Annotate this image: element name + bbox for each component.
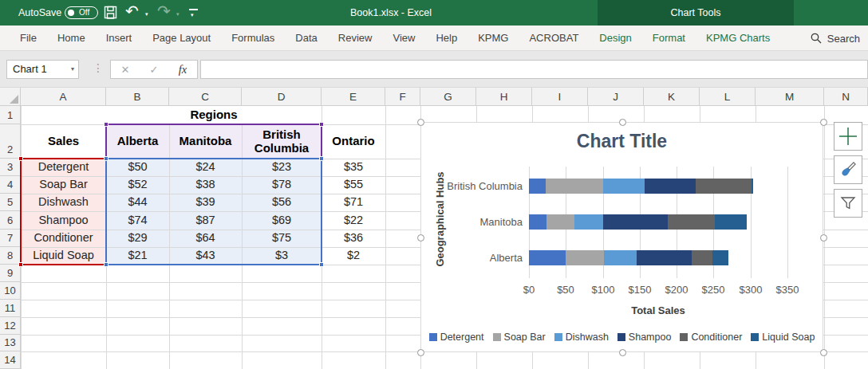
enter-icon[interactable]: ✓ — [140, 64, 168, 76]
column-header-F[interactable]: F — [385, 88, 420, 106]
bar-manitoba[interactable] — [529, 214, 747, 230]
range-border-header[interactable] — [105, 124, 322, 159]
chart-x-axis-title[interactable]: Total Sales — [529, 304, 787, 316]
legend-item-conditioner[interactable]: Conditioner — [680, 332, 742, 343]
tab-kpmg[interactable]: KPMG — [468, 26, 519, 51]
select-all-corner[interactable] — [0, 88, 21, 106]
tab-formulas[interactable]: Formulas — [221, 26, 285, 51]
column-header-H[interactable]: H — [476, 88, 532, 106]
autosave-toggle[interactable]: Off — [65, 6, 98, 19]
selection-handle[interactable] — [619, 119, 626, 126]
bar-segment-detergent[interactable] — [529, 214, 546, 230]
column-header-E[interactable]: E — [322, 88, 385, 106]
selection-handle[interactable] — [417, 119, 424, 126]
row-header-7[interactable]: 7 — [0, 230, 21, 247]
cell-value[interactable]: $71 — [322, 194, 385, 211]
qat-customize-caret-icon[interactable]: ▾ — [191, 12, 194, 18]
bar-segment-dishwash[interactable] — [604, 250, 637, 265]
row-header-14[interactable]: 14 — [0, 351, 21, 369]
chart-elements-button[interactable] — [834, 122, 862, 151]
selection-handle[interactable] — [417, 234, 424, 241]
column-header-L[interactable]: L — [700, 88, 756, 106]
range-border-data-handle[interactable] — [319, 262, 324, 267]
legend-item-soap-bar[interactable]: Soap Bar — [493, 332, 546, 343]
formula-input[interactable] — [200, 60, 868, 79]
tab-insert[interactable]: Insert — [96, 26, 143, 51]
row-header-2[interactable]: 2 — [0, 124, 21, 159]
legend-item-shampoo[interactable]: Shampoo — [617, 332, 672, 343]
qat-customize-icon[interactable] — [189, 9, 198, 10]
column-header-M[interactable]: M — [756, 88, 824, 106]
cancel-icon[interactable]: ✕ — [111, 64, 140, 76]
chart-title[interactable]: Chart Title — [421, 131, 823, 152]
row-header-1[interactable]: 1 — [0, 106, 21, 124]
tab-data[interactable]: Data — [285, 26, 327, 51]
bar-segment-shampoo[interactable] — [645, 179, 696, 194]
column-header-N[interactable]: N — [824, 88, 868, 106]
bar-segment-soap-bar[interactable] — [546, 179, 603, 194]
bar-segment-soap-bar[interactable] — [566, 250, 604, 265]
name-box[interactable]: Chart 1 ▾ — [6, 60, 79, 79]
bar-segment-dishwash[interactable] — [574, 214, 603, 230]
redo-dropdown-icon[interactable]: ▾ — [176, 11, 180, 18]
cell-value[interactable]: $2 — [322, 247, 385, 265]
column-header-K[interactable]: K — [644, 88, 700, 106]
insert-function-icon[interactable]: fx — [168, 63, 197, 77]
category-label[interactable]: Alberta — [427, 252, 523, 264]
bar-segment-detergent[interactable] — [529, 250, 566, 265]
chart-styles-button[interactable] — [834, 155, 862, 184]
selection-handle[interactable] — [820, 119, 827, 126]
selection-handle[interactable] — [619, 349, 626, 356]
selection-handle[interactable] — [417, 349, 424, 356]
column-header-A[interactable]: A — [21, 88, 106, 106]
bar-segment-conditioner[interactable] — [692, 250, 713, 265]
range-border-data-handle[interactable] — [104, 156, 108, 161]
column-header-B[interactable]: B — [106, 88, 169, 106]
cell-value[interactable]: $35 — [322, 159, 385, 176]
range-border-labels-handle[interactable] — [18, 262, 23, 267]
tab-home[interactable]: Home — [47, 26, 96, 51]
tab-file[interactable]: File — [10, 26, 47, 51]
range-border-labels[interactable] — [20, 158, 107, 265]
undo-dropdown-icon[interactable]: ▾ — [145, 11, 148, 18]
tab-view[interactable]: View — [382, 26, 425, 51]
bar-segment-conditioner[interactable] — [668, 214, 715, 230]
header-ontario[interactable]: Ontario — [322, 124, 385, 159]
bar-segment-liquid-soap[interactable] — [752, 179, 754, 194]
legend-item-detergent[interactable]: Detergent — [429, 332, 484, 343]
legend-item-dishwash[interactable]: Dishwash — [554, 332, 609, 343]
bar-segment-liquid-soap[interactable] — [712, 250, 728, 265]
column-header-I[interactable]: I — [532, 88, 588, 106]
tab-review[interactable]: Review — [328, 26, 383, 51]
undo-icon[interactable]: ↶ — [125, 2, 139, 21]
chart-filters-button[interactable] — [834, 189, 862, 218]
bar-segment-detergent[interactable] — [529, 179, 546, 194]
category-label[interactable]: Manitoba — [427, 216, 523, 228]
header-sales[interactable]: Sales — [21, 124, 106, 159]
tab-format[interactable]: Format — [642, 26, 696, 51]
column-header-J[interactable]: J — [588, 88, 644, 106]
bar-british-columbia[interactable] — [529, 179, 753, 194]
bar-segment-liquid-soap[interactable] — [715, 214, 747, 230]
range-border-header-handle[interactable] — [319, 122, 324, 127]
bar-segment-shampoo[interactable] — [603, 214, 668, 230]
bar-segment-soap-bar[interactable] — [546, 214, 574, 230]
bar-segment-dishwash[interactable] — [603, 179, 645, 194]
tab-acrobat[interactable]: ACROBAT — [519, 26, 589, 51]
row-header-9[interactable]: 9 — [0, 265, 21, 282]
selection-handle[interactable] — [820, 234, 827, 241]
bar-segment-shampoo[interactable] — [637, 250, 692, 265]
row-header-13[interactable]: 13 — [0, 335, 21, 351]
range-border-data[interactable] — [105, 158, 322, 265]
redo-icon[interactable]: ↷ — [157, 2, 171, 21]
row-header-3[interactable]: 3 — [0, 159, 21, 176]
column-header-D[interactable]: D — [242, 88, 322, 106]
row-header-10[interactable]: 10 — [0, 282, 21, 300]
range-border-data-handle[interactable] — [319, 156, 324, 161]
ribbon-search[interactable]: Search — [811, 26, 860, 51]
range-border-header-handle[interactable] — [104, 122, 108, 127]
cell-value[interactable]: $22 — [322, 211, 385, 230]
regions-merged-header[interactable]: Regions — [106, 106, 322, 124]
legend-item-liquid-soap[interactable]: Liquid Soap — [751, 332, 815, 343]
chart[interactable]: Chart Title Geographical Hubs British Co… — [420, 122, 823, 352]
